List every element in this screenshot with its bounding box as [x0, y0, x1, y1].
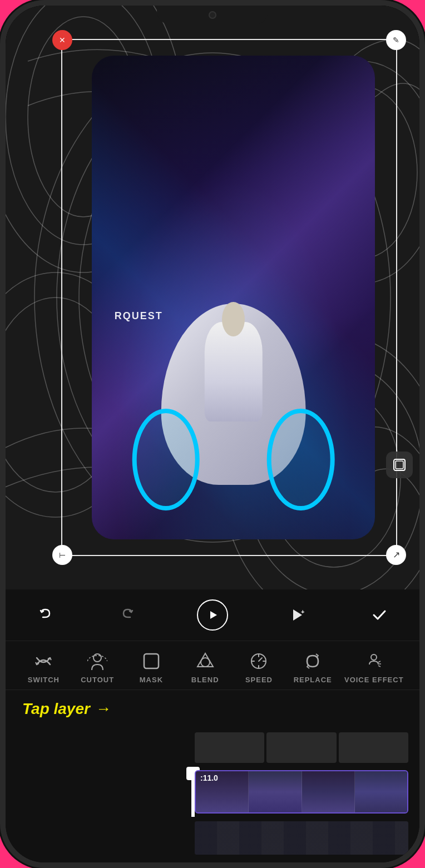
bottom-video-strip[interactable] [195, 821, 408, 855]
phone-notch [157, 6, 268, 24]
timeline-strip-ph-3 [339, 732, 408, 763]
strip-frame-3 [302, 771, 355, 812]
svg-line-28 [378, 661, 380, 662]
video-preview: RQUEST ✕ ✎ ⊢ ↗ [6, 6, 419, 589]
check-icon [371, 607, 388, 623]
phone-frame: RQUEST ✕ ✎ ⊢ ↗ [0, 0, 425, 868]
crop-button[interactable] [386, 452, 413, 478]
bike-wheel-right [267, 409, 334, 510]
timeline-area[interactable]: :11.0 [6, 728, 419, 862]
tool-mask[interactable]: MASK [129, 650, 174, 684]
cutout-icon [86, 650, 108, 672]
svg-point-22 [93, 654, 101, 662]
tool-replace[interactable]: REPLACE [290, 650, 335, 684]
arrow-right-icon: → [96, 700, 111, 718]
svg-rect-18 [396, 461, 403, 469]
confirm-button[interactable] [367, 603, 392, 627]
svg-marker-24 [197, 653, 213, 667]
svg-marker-19 [210, 611, 217, 619]
timeline-strip-ph-2 [266, 732, 336, 763]
switch-icon [32, 650, 55, 672]
timecode-bar: 0:00.0 Total 0:08.0 [6, 861, 419, 862]
undo-icon [37, 607, 54, 623]
tool-bar: SWITCH CUTOUT [6, 641, 419, 690]
tool-switch[interactable]: SWITCH [21, 650, 66, 684]
phone-screen: RQUEST ✕ ✎ ⊢ ↗ [6, 6, 419, 862]
svg-text:+: + [301, 608, 304, 615]
redo-button[interactable] [115, 603, 140, 627]
undo-button[interactable] [33, 603, 58, 627]
tool-voice-effect[interactable]: VOICE EFFECT [344, 650, 404, 684]
bottom-controls: + [6, 589, 419, 862]
cursor-area [6, 767, 195, 817]
play-icon [206, 609, 219, 621]
switch-label: SWITCH [28, 676, 60, 684]
person-silhouette [205, 322, 263, 421]
crop-icon [392, 457, 407, 473]
instruction-row: Tap layer → [6, 690, 419, 728]
mask-label: MASK [140, 676, 163, 684]
tool-cutout[interactable]: CUTOUT [75, 650, 120, 684]
strip-timestamp: :11.0 [200, 773, 218, 782]
video-content: RQUEST [92, 56, 375, 539]
person-head [222, 302, 245, 337]
video-person-bg: RQUEST [92, 56, 375, 539]
voice-effect-icon [363, 650, 385, 672]
timeline-placeholder-strips [195, 732, 419, 763]
playback-bar: + [6, 589, 419, 641]
speed-icon [248, 650, 270, 672]
play-button[interactable] [197, 599, 228, 631]
timeline-strip-ph-1 [195, 732, 264, 763]
cutout-label: CUTOUT [81, 676, 114, 684]
replace-icon [302, 650, 324, 672]
bottom-strip-content [195, 821, 408, 855]
add-marker-icon: + [289, 606, 307, 624]
timeline-main-row: :11.0 [6, 767, 419, 817]
strip-frame-2 [249, 771, 302, 812]
svg-rect-23 [144, 654, 159, 668]
phone-camera [209, 11, 216, 19]
main-video-strip[interactable]: :11.0 [195, 770, 408, 814]
timeline-inner: :11.0 [6, 728, 419, 862]
blend-icon [194, 650, 216, 672]
rquest-logo: RQUEST [115, 310, 163, 322]
tool-blend[interactable]: BLEND [183, 650, 228, 684]
blend-label: BLEND [191, 676, 219, 684]
svg-line-30 [378, 666, 380, 667]
replace-label: REPLACE [294, 676, 332, 684]
futuristic-bike [113, 177, 354, 540]
speed-label: SPEED [245, 676, 273, 684]
redo-icon [119, 607, 136, 623]
timeline-bottom-row [6, 817, 419, 861]
strip-frame-4 [355, 771, 407, 812]
tap-layer-text: Tap layer [22, 700, 90, 718]
mask-icon [140, 650, 162, 672]
svg-point-25 [201, 658, 210, 667]
tool-speed[interactable]: SPEED [236, 650, 281, 684]
voice-effect-label: VOICE EFFECT [344, 676, 404, 684]
add-marker-button[interactable]: + [285, 603, 310, 627]
bike-wheel-left [132, 409, 200, 510]
timeline-top-row [6, 728, 419, 767]
svg-point-27 [371, 654, 377, 660]
